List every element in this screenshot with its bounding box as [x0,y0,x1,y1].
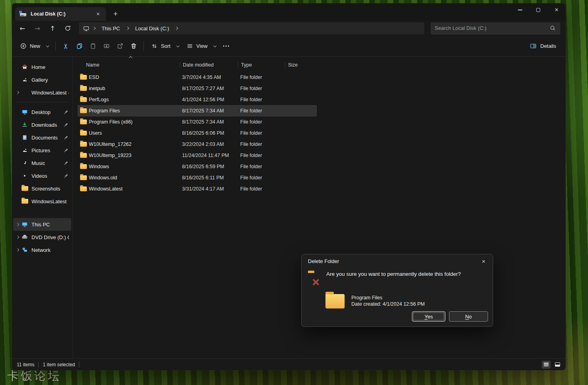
sidebar-item-home[interactable]: Home [13,61,71,73]
sidebar-item-music[interactable]: Music [13,157,71,169]
drive-icon [19,11,27,17]
column-header-type[interactable]: Type [240,60,287,70]
sidebar-item-documents[interactable]: Documents [13,131,71,144]
dialog-item-name: Program Files [351,295,425,301]
folder-icon [21,185,28,192]
back-button[interactable]: ← [15,22,29,34]
sidebar-item-desktop[interactable]: Desktop [13,106,71,118]
documents-icon [21,134,28,141]
sidebar-item-windowslatest[interactable]: WindowsLatest [13,195,71,208]
search-icon[interactable] [549,25,556,31]
sidebar-item-pictures[interactable]: Pictures [13,144,71,157]
dialog-title-bar: Delete Folder × [302,254,493,268]
copy-button[interactable] [73,39,86,53]
pin-icon [63,173,69,179]
file-row-program-files-x86[interactable]: Program Files (x86) 8/17/2025 7:34 AM Fi… [78,116,317,128]
file-row-inetpub[interactable]: inetpub 8/17/2025 7:27 AM File folder [78,83,317,94]
dialog-title: Delete Folder [308,258,478,264]
view-button[interactable]: View [182,39,220,53]
expand-chevron-icon[interactable] [15,249,20,251]
copy-icon [76,42,83,50]
sidebar-item-network[interactable]: Network [13,244,71,256]
breadcrumb[interactable]: This PC Local Disk (C:) [79,22,424,34]
view-button-label: View [196,43,208,49]
file-row-windows[interactable]: Windows 8/16/2025 6:59 PM File folder [78,161,317,172]
sidebar-item-videos[interactable]: Videos [13,169,71,182]
pictures-icon [21,147,28,153]
details-view-icon [544,363,549,367]
rename-button[interactable] [100,39,113,53]
dvd-drive-icon [21,234,28,240]
file-row-windows-old[interactable]: Windows.old 8/16/2025 6:11 PM File folde… [78,172,317,183]
chevron-right-icon [126,27,129,30]
breadcrumb-this-pc[interactable]: This PC [98,25,123,32]
desktop-icon [21,109,28,115]
file-row-users[interactable]: Users 8/16/2025 6:06 PM File folder [78,128,317,139]
no-button[interactable]: No [449,311,488,322]
chevron-down-icon [176,44,179,47]
column-header-name[interactable]: Name [78,60,182,70]
file-row-esd[interactable]: ESD 3/7/2024 4:35 AM File folder [78,72,317,83]
folder-icon [325,294,345,308]
yes-button[interactable]: Yes [412,311,445,322]
folder-icon [80,131,87,136]
forward-button[interactable]: → [30,22,45,34]
details-pane-button[interactable]: Details [525,39,560,53]
search-box[interactable] [431,22,560,34]
file-list-pane: Name Date modified Type Size ESD 3/7/202… [73,57,566,358]
more-options-button[interactable] [220,39,233,53]
close-button[interactable]: × [547,3,566,17]
details-button-label: Details [540,43,556,49]
sidebar-item-dvd-drive[interactable]: DVD Drive (D:) CCC [13,231,71,244]
this-pc-icon [83,25,90,32]
navigation-pane: Home Gallery WindowsLatest - Pe Desktop [12,57,73,358]
sidebar-item-screenshots[interactable]: Screenshots [13,182,71,195]
file-row-perflogs[interactable]: PerfLogs 4/1/2024 12:56 PM File folder [78,94,317,105]
breadcrumb-local-disk[interactable]: Local Disk (C:) [132,25,172,32]
pin-icon [63,122,69,128]
file-row-program-files[interactable]: Program Files 8/17/2025 7:34 AM File fol… [78,105,317,116]
tab-close-icon[interactable]: × [94,10,102,18]
details-view-button[interactable] [542,361,551,369]
sort-button-label: Sort [161,43,171,49]
up-button[interactable]: ↑ [45,22,60,34]
search-input[interactable] [435,25,549,31]
refresh-button[interactable] [61,22,75,34]
file-row-w10ultemp-19223[interactable]: W10Ultemp_19223 11/24/2024 11:47 PM File… [78,150,317,161]
paste-button[interactable] [86,39,100,53]
expand-chevron-icon[interactable] [15,236,20,238]
ellipsis-icon [223,45,229,47]
folder-icon [80,142,87,147]
status-bar: 11 items 1 item selected [12,358,566,370]
trash-icon [130,42,137,50]
dialog-close-icon[interactable]: × [478,256,490,266]
videos-icon [21,173,28,179]
sidebar-item-gallery[interactable]: Gallery [13,73,71,86]
home-icon [21,64,28,70]
new-tab-button[interactable]: + [110,8,121,20]
sort-button[interactable]: Sort [147,39,182,53]
expand-chevron-icon[interactable] [15,91,20,94]
gallery-icon [21,77,28,83]
expand-chevron-icon[interactable] [15,223,20,226]
new-button[interactable]: New [16,39,52,53]
share-icon [116,42,124,50]
file-row-windowslatest[interactable]: WindowsLatest 3/31/2024 4:17 AM File fol… [78,183,317,194]
command-toolbar: New ✂ Sort View Details [12,36,566,57]
cut-button[interactable]: ✂ [59,39,73,53]
minimize-button[interactable] [511,3,529,17]
onedrive-cloud-icon [21,89,28,96]
thumbnail-view-button[interactable] [553,361,562,369]
delete-button[interactable] [127,39,140,53]
chevron-down-icon [213,44,216,47]
tab-strip: Local Disk (C:) × + × [12,3,566,21]
column-header-size[interactable]: Size [287,60,317,70]
column-header-date-modified[interactable]: Date modified [182,60,240,70]
share-button[interactable] [113,39,127,53]
tab-local-disk-c[interactable]: Local Disk (C:) × [15,7,106,21]
sidebar-item-this-pc[interactable]: This PC [13,218,71,231]
file-row-w10ultemp-17262[interactable]: W10Ultemp_17262 3/22/2024 2:03 AM File f… [78,139,317,150]
sidebar-item-onedrive[interactable]: WindowsLatest - Pe [13,86,71,99]
sidebar-item-downloads[interactable]: Downloads [13,118,71,131]
maximize-button[interactable] [529,3,547,17]
